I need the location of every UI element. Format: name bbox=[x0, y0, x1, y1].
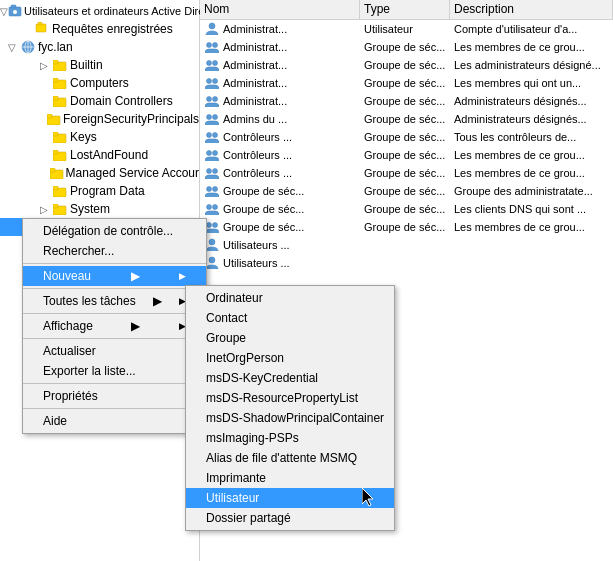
menu-rechercher[interactable]: Rechercher... bbox=[23, 241, 206, 261]
submenu-groupe[interactable]: Groupe bbox=[186, 328, 394, 348]
tree-requetes-label: Requêtes enregistrées bbox=[52, 22, 173, 36]
group-icon bbox=[204, 129, 220, 145]
menu-proprietes[interactable]: Propriétés bbox=[23, 386, 206, 406]
list-cell-type: Groupe de séc... bbox=[360, 166, 450, 180]
svg-point-45 bbox=[213, 132, 218, 137]
tree-expander-domain[interactable]: ▽ bbox=[4, 42, 20, 53]
submenu-utilisateur-label: Utilisateur bbox=[206, 491, 259, 505]
submenu-ordinateur[interactable]: Ordinateur bbox=[186, 288, 394, 308]
tree-system[interactable]: ▷ System bbox=[0, 200, 199, 218]
tree-root[interactable]: ▽ Utilisateurs et ordinateurs Active Dir… bbox=[0, 2, 199, 20]
tree-domain-controllers[interactable]: Domain Controllers bbox=[0, 92, 199, 110]
tree-managed-service[interactable]: Managed Service Accour bbox=[0, 164, 199, 182]
svg-rect-24 bbox=[53, 186, 58, 190]
submenu-inetorgperson[interactable]: InetOrgPerson bbox=[186, 348, 394, 368]
svg-point-52 bbox=[207, 204, 212, 209]
tree-requetes[interactable]: Requêtes enregistrées bbox=[0, 20, 199, 38]
menu-sep-5 bbox=[23, 383, 206, 384]
list-cell-name: Groupe de séc... bbox=[200, 182, 360, 200]
menu-toutes-taches[interactable]: Toutes les tâches ▶ bbox=[23, 291, 206, 311]
list-row[interactable]: Administrat... Groupe de séc... Les admi… bbox=[200, 56, 613, 74]
list-row[interactable]: Contrôleurs ... Groupe de séc... Les mem… bbox=[200, 146, 613, 164]
list-row[interactable]: Administrat... Utilisateur Compte d'util… bbox=[200, 20, 613, 38]
submenu-groupe-label: Groupe bbox=[206, 331, 246, 345]
group-icon bbox=[204, 93, 220, 109]
tree-domain[interactable]: ▽ fyc.lan bbox=[0, 38, 199, 56]
list-name-text: Administrat... bbox=[223, 41, 287, 53]
header-type[interactable]: Type bbox=[360, 0, 450, 19]
list-row[interactable]: Groupe de séc... Groupe de séc... Les cl… bbox=[200, 200, 613, 218]
list-row[interactable]: Groupe de séc... Groupe de séc... Les me… bbox=[200, 218, 613, 236]
tree-expander-builtin[interactable]: ▷ bbox=[36, 60, 52, 71]
submenu-dossier-partage[interactable]: Dossier partagé bbox=[186, 508, 394, 528]
svg-point-2 bbox=[13, 10, 17, 14]
submenu-msds-shadowprincipalcontainer-label: msDS-ShadowPrincipalContainer bbox=[206, 411, 384, 425]
header-desc[interactable]: Description bbox=[450, 0, 613, 19]
list-row[interactable]: Contrôleurs ... Groupe de séc... Les mem… bbox=[200, 164, 613, 182]
tree-expander-root[interactable]: ▽ bbox=[0, 6, 8, 17]
menu-aide[interactable]: Aide bbox=[23, 411, 206, 431]
svg-point-39 bbox=[213, 78, 218, 83]
header-nom[interactable]: Nom bbox=[200, 0, 360, 19]
group-icon bbox=[204, 183, 220, 199]
tree-builtin[interactable]: ▷ Builtin bbox=[0, 56, 199, 74]
menu-sep-6 bbox=[23, 408, 206, 409]
submenu-msds-shadowprincipalcontainer[interactable]: msDS-ShadowPrincipalContainer bbox=[186, 408, 394, 428]
program-data-icon bbox=[52, 183, 68, 199]
list-row[interactable]: Groupe de séc... Groupe de séc... Groupe… bbox=[200, 182, 613, 200]
svg-point-34 bbox=[207, 42, 212, 47]
svg-rect-18 bbox=[53, 132, 58, 136]
list-row[interactable]: Administrat... Groupe de séc... Les memb… bbox=[200, 74, 613, 92]
computers-icon bbox=[52, 75, 68, 91]
submenu-msimaging-psps-label: msImaging-PSPs bbox=[206, 431, 299, 445]
menu-affichage-label: Affichage bbox=[43, 319, 93, 333]
menu-actualiser[interactable]: Actualiser bbox=[23, 341, 206, 361]
list-row[interactable]: Contrôleurs ... Groupe de séc... Tous le… bbox=[200, 128, 613, 146]
svg-rect-16 bbox=[47, 114, 52, 118]
tree-expander-system[interactable]: ▷ bbox=[36, 204, 52, 215]
tree-computers-label: Computers bbox=[70, 76, 129, 90]
list-cell-desc: Les membres de ce grou... bbox=[450, 220, 613, 234]
svg-point-40 bbox=[207, 96, 212, 101]
list-cell-type: Groupe de séc... bbox=[360, 94, 450, 108]
menu-nouveau[interactable]: Nouveau ▶ bbox=[23, 266, 206, 286]
menu-exporter[interactable]: Exporter la liste... bbox=[23, 361, 206, 381]
menu-affichage[interactable]: Affichage ▶ bbox=[23, 316, 206, 336]
submenu-utilisateur[interactable]: Utilisateur bbox=[186, 488, 394, 508]
submenu-msds-resourcepropertylist-label: msDS-ResourcePropertyList bbox=[206, 391, 358, 405]
tree-keys[interactable]: Keys bbox=[0, 128, 199, 146]
list-name-text: Administrat... bbox=[223, 59, 287, 71]
list-cell-desc: Groupe des administratate... bbox=[450, 184, 613, 198]
menu-exporter-label: Exporter la liste... bbox=[43, 364, 136, 378]
menu-delegation[interactable]: Délégation de contrôle... bbox=[23, 221, 206, 241]
submenu-contact[interactable]: Contact bbox=[186, 308, 394, 328]
list-row[interactable]: Utilisateurs ... bbox=[200, 254, 613, 272]
tree-computers[interactable]: Computers bbox=[0, 74, 199, 92]
svg-rect-12 bbox=[53, 78, 58, 82]
list-cell-desc: Les membres de ce grou... bbox=[450, 148, 613, 162]
menu-sep-2 bbox=[23, 288, 206, 289]
submenu-msds-keycredential[interactable]: msDS-KeyCredential bbox=[186, 368, 394, 388]
list-row[interactable]: Administrat... Groupe de séc... Administ… bbox=[200, 92, 613, 110]
tree-foreignsecurity[interactable]: ForeignSecurityPrincipals bbox=[0, 110, 199, 128]
menu-rechercher-label: Rechercher... bbox=[43, 244, 114, 258]
list-row[interactable]: Administrat... Groupe de séc... Les memb… bbox=[200, 38, 613, 56]
list-cell-type: Groupe de séc... bbox=[360, 58, 450, 72]
submenu-imprimante[interactable]: Imprimante bbox=[186, 468, 394, 488]
submenu-msimaging-psps[interactable]: msImaging-PSPs bbox=[186, 428, 394, 448]
list-cell-name: Administrat... bbox=[200, 92, 360, 110]
menu-nouveau-label: Nouveau bbox=[43, 269, 91, 283]
list-row[interactable]: Utilisateurs ... bbox=[200, 236, 613, 254]
svg-point-53 bbox=[213, 204, 218, 209]
tree-system-label: System bbox=[70, 202, 110, 216]
svg-point-48 bbox=[207, 168, 212, 173]
main-window: ▽ Utilisateurs et ordinateurs Active Dir… bbox=[0, 0, 613, 561]
list-name-text: Administrat... bbox=[223, 95, 287, 107]
tree-lostandfound[interactable]: LostAndFound bbox=[0, 146, 199, 164]
list-row[interactable]: Admins du ... Groupe de séc... Administr… bbox=[200, 110, 613, 128]
lostandfound-icon bbox=[52, 147, 68, 163]
submenu-msds-resourcepropertylist[interactable]: msDS-ResourcePropertyList bbox=[186, 388, 394, 408]
svg-point-41 bbox=[213, 96, 218, 101]
submenu-alias-msmq[interactable]: Alias de file d'attente MSMQ bbox=[186, 448, 394, 468]
tree-program-data[interactable]: Program Data bbox=[0, 182, 199, 200]
